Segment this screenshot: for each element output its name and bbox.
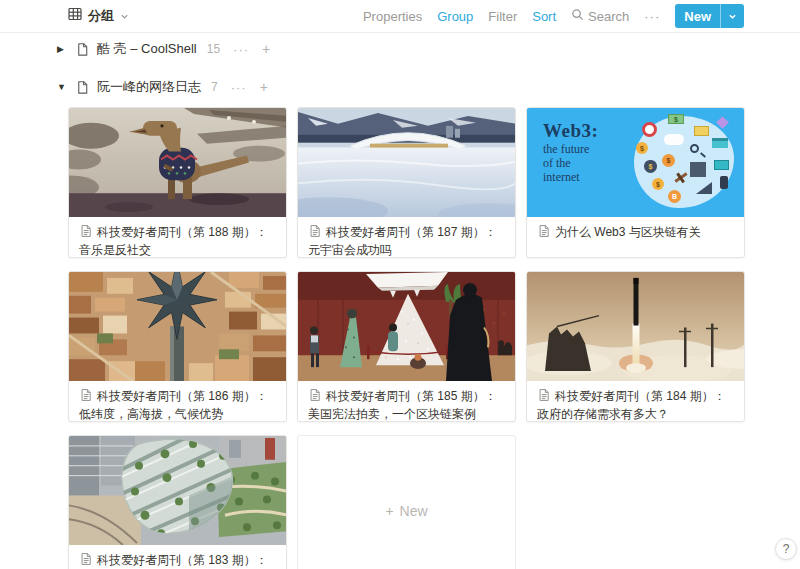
card-title-text: 科技爱好者周刊（第 185 期）：美国宪法拍卖，一个区块链案例 — [308, 389, 497, 421]
question-mark-icon: ? — [783, 542, 790, 556]
document-icon — [308, 224, 322, 242]
monitor-icon — [714, 160, 729, 170]
new-card-label: New — [400, 503, 428, 519]
collapse-triangle-icon[interactable]: ▶ — [57, 44, 73, 54]
group-title[interactable]: 酷 壳 – CoolShell — [97, 40, 197, 58]
new-dropdown-button[interactable] — [720, 4, 744, 28]
group-more-button[interactable]: ··· — [231, 80, 247, 95]
group-count-badge: 7 — [211, 80, 218, 94]
gallery-card[interactable]: 科技爱好者周刊（第 187 期）：元宇宙会成功吗 — [297, 107, 516, 258]
group-title[interactable]: 阮一峰的网络日志 — [97, 78, 201, 96]
page-icon — [75, 42, 90, 57]
coin-icon: $ — [652, 178, 664, 190]
more-options-button[interactable]: ··· — [644, 9, 660, 24]
magnifier-icon — [690, 144, 699, 153]
card-title: 科技爱好者周刊（第 186 期）：低纬度，高海拔，气候优势 — [69, 381, 286, 422]
envelope-icon — [694, 126, 709, 136]
gallery-card[interactable]: 科技爱好者周刊（第 184 期）：政府的存储需求有多大？ — [526, 271, 745, 422]
plaza-tent-photo — [298, 272, 515, 381]
coin-icon: $ — [662, 154, 675, 167]
rocket-launch-photo — [527, 272, 744, 381]
group-list: ▶ 酷 壳 – CoolShell 15 ··· + ▼ 阮一峰的网络日志 7 … — [0, 33, 800, 98]
card-title-text: 为什么 Web3 与区块链有关 — [555, 225, 701, 239]
help-button[interactable]: ? — [775, 538, 797, 560]
pickaxe-icon — [674, 172, 687, 182]
cloud-icon — [664, 134, 684, 145]
group-add-button[interactable]: + — [260, 79, 268, 95]
document-icon — [537, 224, 551, 242]
clock-icon — [642, 122, 657, 137]
card-title-text: 科技爱好者周刊（第 184 期）：政府的存储需求有多大？ — [537, 389, 726, 421]
card-title-text: 科技爱好者周刊（第 186 期）：低纬度，高海拔，气候优势 — [79, 389, 268, 421]
group-button[interactable]: Group — [437, 9, 473, 24]
trex-museum-photo — [69, 108, 286, 217]
gallery-card[interactable]: 科技爱好者周刊（第 186 期）：低纬度，高海拔，气候优势 — [68, 271, 287, 422]
coin-icon: $ — [636, 142, 648, 154]
group-count-badge: 15 — [207, 42, 220, 56]
card-title: 为什么 Web3 与区块链有关 — [527, 217, 744, 248]
filter-button[interactable]: Filter — [488, 9, 517, 24]
web3-icon-cluster: $ $ $ $ $ B — [634, 116, 734, 208]
search-icon — [571, 8, 584, 24]
document-icon — [79, 552, 93, 569]
gallery-card[interactable]: 科技爱好者周刊（第 183 期）：腾讯的员工退休福利 — [68, 435, 287, 569]
credit-card-icon — [712, 138, 728, 148]
card-title: 科技爱好者周刊（第 183 期）：腾讯的员工退休福利 — [69, 545, 286, 569]
signal-icon — [696, 182, 712, 194]
document-icon — [308, 388, 322, 406]
gallery-card[interactable]: 科技爱好者周刊（第 188 期）：音乐是反社交 — [68, 107, 287, 258]
diamond-icon — [716, 116, 729, 129]
chevron-down-icon — [728, 12, 737, 21]
gallery-grid: 科技爱好者周刊（第 188 期）：音乐是反社交 — [68, 105, 745, 569]
bitcoin-icon: B — [668, 190, 681, 203]
new-button[interactable]: New — [675, 4, 744, 28]
money-bill-icon: $ — [668, 114, 684, 124]
snow-venue-photo — [298, 108, 515, 217]
card-title: 科技爱好者周刊（第 185 期）：美国宪法拍卖，一个区块链案例 — [298, 381, 515, 422]
search-button[interactable]: Search — [571, 8, 629, 24]
view-name: 分组 — [88, 7, 114, 25]
document-icon — [537, 388, 551, 406]
money-bag-icon: $ — [644, 160, 657, 173]
group-row-coolshell: ▶ 酷 壳 – CoolShell 15 ··· + — [0, 38, 800, 60]
card-title-text: 科技爱好者周刊（第 188 期）：音乐是反社交 — [79, 225, 268, 257]
group-row-ruanyifeng: ▼ 阮一峰的网络日志 7 ··· + — [0, 76, 800, 98]
view-tab-group[interactable]: 分组 — [68, 7, 129, 25]
expand-triangle-icon[interactable]: ▼ — [57, 82, 73, 92]
gallery-view-page: 分组 Properties Group Filter Sort Search ·… — [0, 0, 800, 569]
document-icon — [79, 224, 93, 242]
document-icon — [79, 388, 93, 406]
server-icon — [690, 162, 706, 177]
toolbar-actions: Properties Group Filter Sort Search ··· … — [363, 4, 744, 28]
sort-button[interactable]: Sort — [532, 9, 556, 24]
card-title: 科技爱好者周刊（第 184 期）：政府的存储需求有多大？ — [527, 381, 744, 422]
card-title: 科技爱好者周刊（第 188 期）：音乐是反社交 — [69, 217, 286, 258]
card-title: 科技爱好者周刊（第 187 期）：元宇宙会成功吗 — [298, 217, 515, 258]
chevron-down-icon — [120, 7, 129, 25]
new-card-button[interactable]: + New — [297, 435, 516, 569]
group-add-button[interactable]: + — [262, 41, 270, 57]
gallery-card[interactable]: 科技爱好者周刊（第 185 期）：美国宪法拍卖，一个区块链案例 — [297, 271, 516, 422]
card-title-text: 科技爱好者周刊（第 187 期）：元宇宙会成功吗 — [308, 225, 497, 257]
page-icon — [75, 80, 90, 95]
card-title-text: 科技爱好者周刊（第 183 期）：腾讯的员工退休福利 — [79, 553, 268, 569]
properties-button[interactable]: Properties — [363, 9, 422, 24]
search-label: Search — [588, 9, 629, 24]
web3-illustration: Web3: the future of the internet $ $ $ — [527, 108, 744, 217]
new-button-label[interactable]: New — [675, 4, 720, 28]
table-view-icon — [68, 7, 82, 25]
web3-cover-text: Web3: the future of the internet — [543, 120, 598, 184]
spiral-building-photo — [69, 436, 286, 545]
view-toolbar: 分组 Properties Group Filter Sort Search ·… — [0, 0, 800, 33]
group-more-button[interactable]: ··· — [233, 42, 249, 57]
city-star-photo — [69, 272, 286, 381]
phone-icon — [720, 176, 728, 189]
plus-icon: + — [385, 503, 393, 519]
gallery-card[interactable]: Web3: the future of the internet $ $ $ — [526, 107, 745, 258]
